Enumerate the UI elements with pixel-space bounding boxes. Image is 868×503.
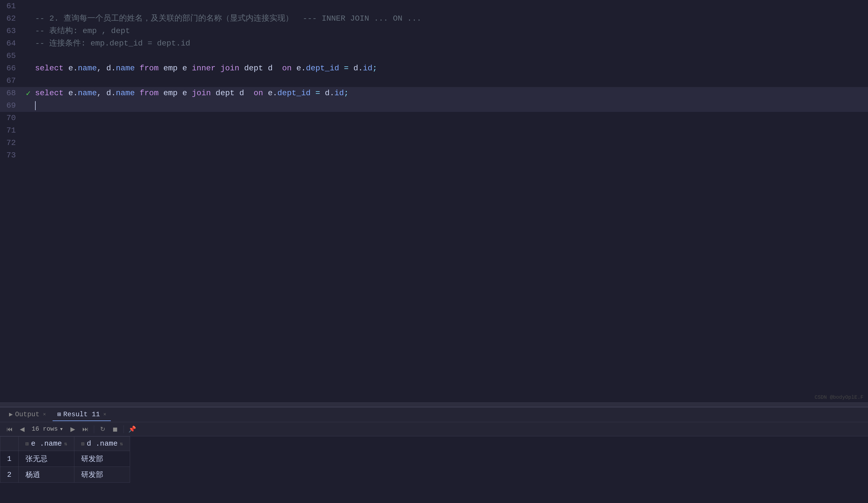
line-content-62: -- 2. 查询每一个员工的姓名，及关联的部门的名称（显式内连接实现） --- … (34, 12, 868, 25)
next-page-button[interactable]: ▶ (68, 424, 78, 434)
code-line-69: 69 (0, 99, 868, 112)
code-line-72: 72 (0, 137, 868, 149)
bottom-panel: ▶ Output × ⊞ Result 11 × ⏮ ◀ 16 rows ▾ ▶… (0, 407, 868, 503)
code-lines: 61 62 -- 2. 查询每一个员工的姓名，及关联的部门的名称（显式内连接实现… (0, 0, 868, 402)
code-line-62: 62 -- 2. 查询每一个员工的姓名，及关联的部门的名称（显式内连接实现） -… (0, 12, 868, 25)
ename-col-icon: ⊞ (25, 440, 29, 447)
line-content-63: -- 表结构: emp , dept (34, 25, 868, 37)
result11-tab-icon: ⊞ (57, 411, 61, 418)
tab-output[interactable]: ▶ Output × (4, 408, 50, 421)
rows-count-label: 16 rows (32, 426, 58, 433)
col-header-rownum (0, 437, 19, 451)
first-page-button[interactable]: ⏮ (4, 424, 15, 434)
code-editor[interactable]: 61 62 -- 2. 查询每一个员工的姓名，及关联的部门的名称（显式内连接实现… (0, 0, 868, 402)
dname-col-label: d .name (87, 439, 117, 448)
code-line-63: 63 -- 表结构: emp , dept (0, 25, 868, 37)
output-tab-icon: ▶ (9, 411, 13, 418)
text-cursor (35, 101, 35, 110)
line-number-64: 64 (0, 37, 23, 50)
line-content-69 (34, 99, 868, 112)
check-icon-68: ✓ (26, 88, 31, 98)
ename-cell-1: 张无忌 (18, 451, 74, 467)
last-page-button[interactable]: ⏭ (80, 424, 91, 434)
panel-separator (0, 402, 868, 407)
line-content-68: select e.name, d.name from emp e join de… (34, 87, 868, 99)
result-table: ⊞ e .name ⇅ ⊞ d .name ⇅ (0, 436, 130, 483)
rows-dropdown-icon: ▾ (59, 425, 63, 433)
line-content-64: -- 连接条件: emp.dept_id = dept.id (34, 37, 868, 50)
dname-cell-2: 研发部 (74, 467, 130, 483)
row-num-1: 1 (0, 451, 19, 467)
line-number-66: 66 (0, 62, 23, 75)
line-number-62: 62 (0, 12, 23, 25)
table-header-row: ⊞ e .name ⇅ ⊞ d .name ⇅ (0, 437, 130, 451)
panel-toolbar: ⏮ ◀ 16 rows ▾ ▶ ⏭ ↻ ◼ 📌 (0, 422, 868, 436)
line-number-72: 72 (0, 137, 23, 149)
tab-result11-label: Result 11 (63, 411, 100, 418)
code-line-67: 67 (0, 75, 868, 87)
code-line-64: 64 -- 连接条件: emp.dept_id = dept.id (0, 37, 868, 50)
line-number-67: 67 (0, 75, 23, 87)
rows-selector[interactable]: 16 rows ▾ (29, 424, 65, 434)
col-header-dname[interactable]: ⊞ d .name ⇅ (74, 437, 130, 451)
code-line-66: 66 select e.name, d.name from emp e inne… (0, 62, 868, 75)
line-number-70: 70 (0, 112, 23, 124)
line-number-71: 71 (0, 124, 23, 137)
prev-page-button[interactable]: ◀ (17, 424, 27, 434)
line-number-61: 61 (0, 0, 23, 12)
code-line-71: 71 (0, 124, 868, 137)
row-num-2: 2 (0, 467, 19, 483)
tab-output-close[interactable]: × (43, 412, 46, 417)
line-number-63: 63 (0, 25, 23, 37)
table-row-2: 2 杨逍 研发部 (0, 467, 130, 483)
code-line-68: 68 ✓ select e.name, d.name from emp e jo… (0, 87, 868, 99)
line-gutter-68: ✓ (23, 88, 34, 98)
line-number-73: 73 (0, 149, 23, 161)
code-line-73: 73 (0, 149, 868, 161)
dname-sort-icon[interactable]: ⇅ (120, 441, 123, 447)
line-number-65: 65 (0, 50, 23, 62)
table-row-1: 1 张无忌 研发部 (0, 451, 130, 467)
code-line-65: 65 (0, 50, 868, 62)
tab-result11-close[interactable]: × (103, 412, 106, 417)
line-number-68: 68 (0, 87, 23, 99)
ename-sort-icon[interactable]: ⇅ (64, 441, 67, 447)
line-number-69: 69 (0, 99, 23, 112)
code-line-70: 70 (0, 112, 868, 124)
tab-result11[interactable]: ⊞ Result 11 × (53, 408, 111, 421)
pin-button[interactable]: 📌 (127, 424, 137, 434)
result-table-container[interactable]: ⊞ e .name ⇅ ⊞ d .name ⇅ (0, 436, 868, 503)
tab-output-label: Output (15, 411, 39, 418)
toolbar-separator-2 (124, 425, 124, 433)
panel-tabs: ▶ Output × ⊞ Result 11 × (0, 408, 868, 422)
code-line-61: 61 (0, 0, 868, 12)
dname-cell-1: 研发部 (74, 451, 130, 467)
ename-cell-2: 杨逍 (18, 467, 74, 483)
refresh-button[interactable]: ↻ (97, 424, 108, 434)
dname-col-icon: ⊞ (81, 440, 84, 447)
stop-button[interactable]: ◼ (110, 424, 120, 434)
ename-col-label: e .name (31, 439, 62, 448)
line-content-66: select e.name, d.name from emp e inner j… (34, 62, 868, 75)
col-header-ename[interactable]: ⊞ e .name ⇅ (18, 437, 74, 451)
